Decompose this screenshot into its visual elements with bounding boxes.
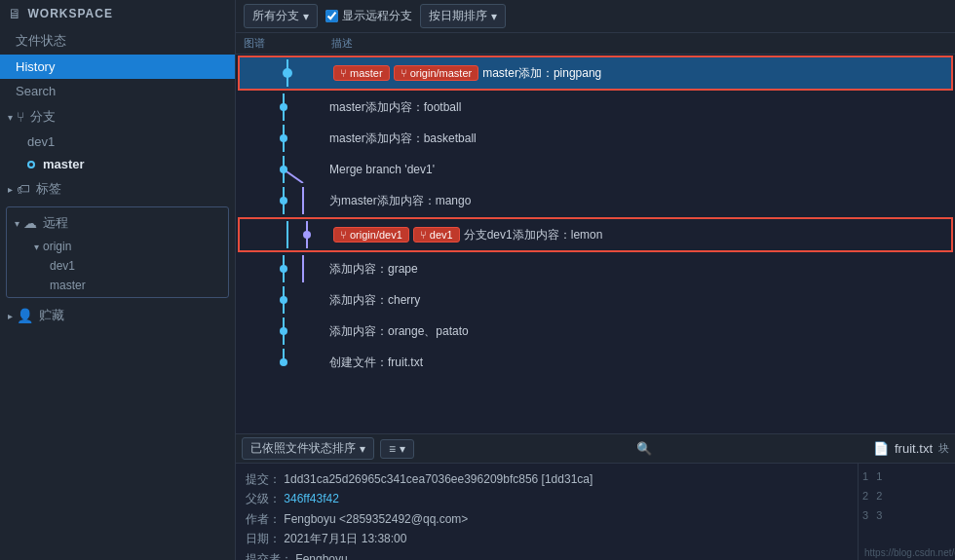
sidebar-item-history[interactable]: History [0, 55, 235, 79]
commit-msg-c9: 添加内容：orange、patato [329, 323, 469, 340]
commit-committer-row: 提交者： Fengboyu [246, 549, 848, 560]
table-row[interactable]: 添加内容：cherry [236, 284, 955, 316]
remote-branch-dev1[interactable]: dev1 [7, 256, 228, 276]
desc-col-c6: ⑂ origin/dev1 ⑂ dev1 分支dev1添加内容：lemon [327, 227, 951, 243]
committer-value: Fengboyu [295, 552, 347, 560]
commit-msg-c1: master添加：pingpang [482, 65, 601, 82]
graph-col-c8 [236, 286, 324, 314]
graph-svg-c4 [240, 156, 320, 183]
tags-section-header[interactable]: ▸ 🏷 标签 [0, 175, 235, 203]
stash-section-header[interactable]: ▸ 👤 贮藏 [0, 302, 235, 329]
origin-header[interactable]: ▾ origin [7, 237, 228, 256]
master-label: master [43, 157, 85, 171]
list-view-btn[interactable]: ≡ ▾ [380, 439, 414, 459]
graph-col-c9 [236, 317, 324, 345]
graph-col-c4 [236, 156, 324, 183]
commit-msg-c3: master添加内容：basketball [329, 131, 477, 147]
expand-icon: 块 [938, 441, 949, 456]
graph-col-header: 图谱 [236, 36, 324, 51]
graph-col-c3 [236, 125, 324, 152]
show-remote-checkbox[interactable]: 显示远程分支 [325, 8, 412, 24]
graph-svg-c2 [240, 93, 320, 121]
branch-item-dev1[interactable]: dev1 [0, 131, 235, 153]
graph-col-c2 [236, 93, 324, 121]
sort-btn[interactable]: 按日期排序 ▾ [420, 4, 506, 28]
show-remote-label: 显示远程分支 [342, 8, 412, 24]
hash-value: 1dd31ca25d26965c341cea7036ee396209bfc856… [284, 472, 592, 486]
graph-svg-c6 [244, 221, 324, 248]
bottom-info-area: 提交： 1dd31ca25d26965c341cea7036ee396209bf… [236, 464, 955, 560]
remote-label: 远程 [43, 214, 68, 232]
desc-col-c1: ⑂ master ⑂ origin/master master添加：pingpa… [327, 65, 951, 82]
table-row[interactable]: master添加内容：football [236, 92, 955, 123]
graph-col-c10 [236, 349, 324, 376]
sidebar-item-search[interactable]: Search [0, 79, 235, 103]
remote-branch-master[interactable]: master [7, 276, 228, 295]
chevron-down-icon-remote: ▾ [15, 218, 19, 229]
svg-point-19 [280, 296, 287, 304]
history-header: 图谱 描述 [236, 33, 955, 55]
hash-label: 提交： [246, 472, 281, 486]
sort-by-status-btn[interactable]: 已依照文件状态排序 ▾ [242, 437, 374, 460]
file-panel: 1 2 3 1 2 3 https://blog.csd [858, 464, 955, 560]
graph-svg-c9 [240, 317, 320, 345]
graph-svg-c5 [240, 187, 320, 214]
svg-point-17 [280, 265, 287, 273]
table-row[interactable]: master添加内容：basketball [236, 123, 955, 154]
chevron-down-icon: ▾ [8, 112, 13, 123]
branch-filter-btn[interactable]: 所有分支 ▾ [244, 4, 318, 28]
author-label: 作者： [246, 512, 281, 526]
commit-author-row: 作者： Fengboyu <2859352492@qq.com> [246, 509, 848, 529]
monitor-icon: 🖥 [8, 6, 22, 21]
search-icon-btn[interactable]: 🔍 [636, 441, 652, 456]
origin-dev1-icon: ⑂ [340, 229, 347, 241]
chevron-right-icon-stash: ▸ [8, 311, 13, 321]
table-row[interactable]: ⑂ master ⑂ origin/master master添加：pingpa… [240, 57, 951, 89]
file-line-numbers: 1 2 3 1 2 3 [859, 464, 955, 529]
commit-msg-c10: 创建文件：fruit.txt [329, 355, 423, 371]
parent-label: 父级： [246, 492, 281, 505]
table-row[interactable]: Merge branch 'dev1' [236, 154, 955, 185]
table-row[interactable]: 添加内容：grape [236, 253, 955, 284]
branch-item-master[interactable]: master [0, 153, 235, 175]
commit-msg-c7: 添加内容：grape [329, 261, 418, 278]
stash-icon: 👤 [17, 308, 33, 323]
svg-point-23 [280, 358, 287, 366]
stash-label: 贮藏 [39, 307, 64, 324]
desc-col-c5: 为master添加内容：mango [324, 193, 955, 209]
table-row[interactable]: 添加内容：orange、patato [236, 316, 955, 347]
file-info-header: 📄 fruit.txt 块 [873, 441, 949, 456]
dev1-tag: ⑂ dev1 [413, 227, 460, 243]
sort-by-status-label: 已依照文件状态排序 [250, 440, 356, 457]
workspace-header: 🖥 WORKSPACE [0, 0, 235, 27]
highlight-box-1: ⑂ master ⑂ origin/master master添加：pingpa… [238, 56, 953, 91]
commit-msg-c5: 为master添加内容：mango [329, 193, 471, 209]
sort-status-dropdown: ▾ [360, 442, 365, 456]
change-numbers-col: 1 2 3 [876, 467, 882, 525]
commit-msg-c2: master添加内容：football [329, 99, 461, 116]
branch-icon: ⑂ [17, 109, 24, 125]
toolbar: 所有分支 ▾ 显示远程分支 按日期排序 ▾ [236, 0, 955, 33]
sidebar-item-file-status[interactable]: 文件状态 [0, 27, 235, 55]
show-remote-input[interactable] [325, 10, 338, 22]
parent-value[interactable]: 346ff43f42 [284, 492, 339, 505]
table-row[interactable]: ⑂ origin/dev1 ⑂ dev1 分支dev1添加内容：lemon [240, 219, 951, 250]
author-value: Fengboyu <2859352492@qq.com> [284, 512, 468, 526]
table-row[interactable]: 为master添加内容：mango [236, 185, 955, 216]
commit-msg-c8: 添加内容：cherry [329, 292, 420, 309]
svg-point-21 [280, 327, 287, 335]
branches-section-header[interactable]: ▾ ⑂ 分支 [0, 103, 235, 131]
origin-master-tag: ⑂ origin/master [394, 65, 479, 81]
commit-parent-row: 父级： 346ff43f42 [246, 489, 848, 508]
desc-col-c4: Merge branch 'dev1' [324, 163, 955, 176]
commit-msg-c6: 分支dev1添加内容：lemon [464, 227, 603, 243]
active-branch-dot [27, 161, 35, 168]
remote-section-header[interactable]: ▾ ☁ 远程 [7, 209, 228, 237]
dev1-label: dev1 [430, 229, 453, 241]
graph-col-c5 [236, 187, 324, 214]
file-status-label: 文件状态 [16, 32, 66, 50]
table-row[interactable]: 创建文件：fruit.txt [236, 347, 955, 378]
graph-col-c7 [236, 255, 324, 282]
desc-col-c3: master添加内容：basketball [324, 131, 955, 147]
history-area: 图谱 描述 ⑂ master [236, 33, 955, 433]
